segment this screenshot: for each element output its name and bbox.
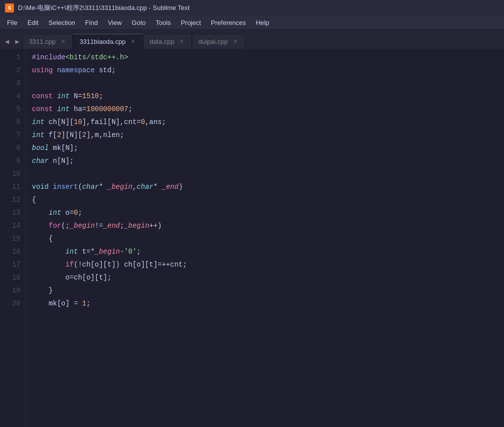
- code-line-3: [32, 77, 504, 90]
- line-num-16: 16: [0, 245, 20, 258]
- code-line-11: void insert(char* _begin,char* _end): [32, 180, 504, 193]
- line-num-1: 1: [0, 51, 20, 64]
- menu-bar: File Edit Selection Find View Goto Tools…: [0, 16, 504, 30]
- tab-3311biaodacpp[interactable]: 3311biaoda.cpp ✕: [73, 34, 143, 49]
- tab-close-duipaicpp[interactable]: ✕: [232, 38, 239, 45]
- menu-project[interactable]: Project: [176, 17, 206, 28]
- tab-bar: ◀ ▶ 3311.cpp ✕ 3311biaoda.cpp ✕ data.cpp…: [0, 30, 504, 49]
- code-line-6: int ch[N][10],fail[N],cnt=0,ans;: [32, 116, 504, 129]
- code-area[interactable]: #include<bits/stdc++.h> using namespace …: [26, 49, 504, 427]
- line-num-19: 19: [0, 284, 20, 297]
- tab-nav-next[interactable]: ▶: [12, 34, 22, 49]
- code-line-17: if(!ch[o][t]) ch[o][t]=++cnt;: [32, 258, 504, 271]
- line-num-7: 7: [0, 129, 20, 142]
- code-line-12: {: [32, 193, 504, 206]
- tab-nav-prev[interactable]: ◀: [2, 34, 12, 49]
- code-line-5: const int ha=1000000007;: [32, 103, 504, 116]
- line-num-20: 20: [0, 297, 20, 310]
- line-num-8: 8: [0, 142, 20, 154]
- menu-preferences[interactable]: Preferences: [206, 17, 251, 28]
- line-num-15: 15: [0, 232, 20, 245]
- menu-selection[interactable]: Selection: [43, 17, 80, 28]
- menu-goto[interactable]: Goto: [127, 17, 151, 28]
- code-line-10: [32, 167, 504, 180]
- code-line-8: bool mk[N];: [32, 142, 504, 154]
- code-line-2: using namespace std;: [32, 64, 504, 77]
- menu-find[interactable]: Find: [80, 17, 103, 28]
- code-line-7: int f[2][N][2],m,nlen;: [32, 129, 504, 142]
- tab-close-3311biaodacpp[interactable]: ✕: [130, 38, 137, 45]
- tab-label: 3311.cpp: [29, 38, 56, 45]
- tab-label: data.cpp: [150, 38, 174, 45]
- line-num-12: 12: [0, 193, 20, 206]
- code-line-14: for(;_begin!=_end;_begin++): [32, 219, 504, 232]
- title-bar-text: D:\Me-电脑\C++\程序2\3311\3311biaoda.cpp - S…: [18, 3, 189, 12]
- tab-datacpp[interactable]: data.cpp ✕: [143, 34, 192, 49]
- code-line-20: mk[o] = 1;: [32, 297, 504, 310]
- tab-duipaicpp[interactable]: duipai.cpp ✕: [192, 34, 245, 49]
- line-num-3: 3: [0, 77, 20, 90]
- tab-close-3311cpp[interactable]: ✕: [59, 38, 66, 45]
- line-num-6: 6: [0, 116, 20, 129]
- line-num-4: 4: [0, 90, 20, 103]
- line-num-2: 2: [0, 64, 20, 77]
- app-icon: S: [5, 3, 14, 12]
- code-line-4: const int N=1510;: [32, 90, 504, 103]
- menu-file[interactable]: File: [2, 17, 22, 28]
- menu-edit[interactable]: Edit: [22, 17, 43, 28]
- tab-close-datacpp[interactable]: ✕: [178, 38, 185, 45]
- line-num-11: 11: [0, 180, 20, 193]
- code-line-15: {: [32, 232, 504, 245]
- menu-help[interactable]: Help: [251, 17, 274, 28]
- editor: 1 2 3 4 5 6 7 8 9 10 11 12 13 14 15 16 1…: [0, 49, 504, 427]
- code-line-9: char n[N];: [32, 154, 504, 167]
- line-num-9: 9: [0, 154, 20, 167]
- code-line-16: int t=*_begin-'0';: [32, 245, 504, 258]
- line-num-13: 13: [0, 206, 20, 219]
- line-num-5: 5: [0, 103, 20, 116]
- line-num-17: 17: [0, 258, 20, 271]
- tab-3311cpp[interactable]: 3311.cpp ✕: [22, 34, 73, 49]
- line-num-18: 18: [0, 271, 20, 284]
- code-line-18: o=ch[o][t];: [32, 271, 504, 284]
- code-line-19: }: [32, 284, 504, 297]
- line-num-10: 10: [0, 167, 20, 180]
- title-bar: S D:\Me-电脑\C++\程序2\3311\3311biaoda.cpp -…: [0, 0, 504, 16]
- line-numbers: 1 2 3 4 5 6 7 8 9 10 11 12 13 14 15 16 1…: [0, 49, 26, 427]
- menu-view[interactable]: View: [103, 17, 127, 28]
- code-line-13: int o=0;: [32, 206, 504, 219]
- tab-label: 3311biaoda.cpp: [79, 38, 126, 45]
- menu-tools[interactable]: Tools: [151, 17, 175, 28]
- line-num-14: 14: [0, 219, 20, 232]
- tab-label: duipai.cpp: [198, 38, 228, 45]
- code-line-1: #include<bits/stdc++.h>: [32, 51, 504, 64]
